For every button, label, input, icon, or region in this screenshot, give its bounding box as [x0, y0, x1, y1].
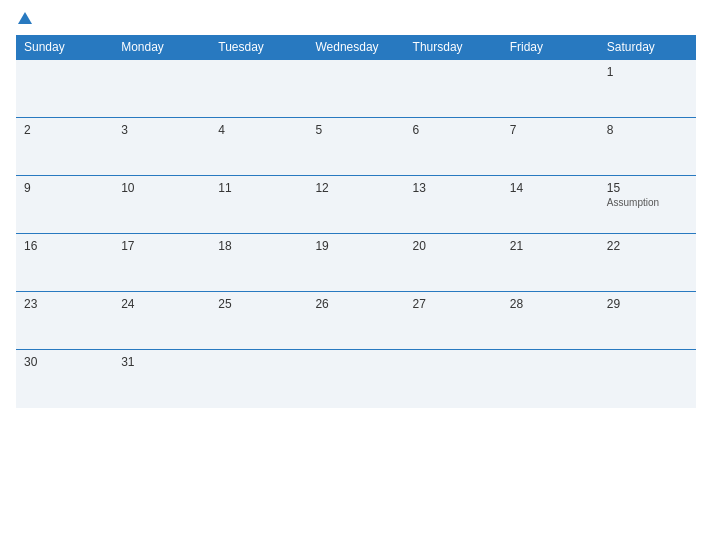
day-number: 5 [315, 123, 396, 137]
calendar-page: SundayMondayTuesdayWednesdayThursdayFrid… [0, 0, 712, 550]
calendar-cell: 14 [502, 176, 599, 234]
day-number: 25 [218, 297, 299, 311]
calendar-cell: 16 [16, 234, 113, 292]
week-row-4: 16171819202122 [16, 234, 696, 292]
week-row-1: 1 [16, 60, 696, 118]
day-number: 18 [218, 239, 299, 253]
calendar-cell: 28 [502, 292, 599, 350]
logo-triangle-icon [18, 12, 32, 24]
calendar-cell [210, 60, 307, 118]
calendar-body: 123456789101112131415Assumption161718192… [16, 60, 696, 408]
calendar-cell: 5 [307, 118, 404, 176]
day-number: 17 [121, 239, 202, 253]
week-row-6: 3031 [16, 350, 696, 408]
weekday-header-row: SundayMondayTuesdayWednesdayThursdayFrid… [16, 35, 696, 60]
weekday-monday: Monday [113, 35, 210, 60]
calendar-cell [307, 60, 404, 118]
day-number: 7 [510, 123, 591, 137]
weekday-wednesday: Wednesday [307, 35, 404, 60]
calendar-cell: 8 [599, 118, 696, 176]
week-row-3: 9101112131415Assumption [16, 176, 696, 234]
day-number: 21 [510, 239, 591, 253]
day-number: 6 [413, 123, 494, 137]
calendar-cell: 13 [405, 176, 502, 234]
calendar-cell: 19 [307, 234, 404, 292]
calendar-cell [502, 60, 599, 118]
day-number: 26 [315, 297, 396, 311]
calendar-cell: 4 [210, 118, 307, 176]
calendar-cell [405, 60, 502, 118]
day-number: 23 [24, 297, 105, 311]
calendar-cell [599, 350, 696, 408]
calendar-cell: 25 [210, 292, 307, 350]
day-number: 10 [121, 181, 202, 195]
calendar-cell [405, 350, 502, 408]
calendar-cell: 20 [405, 234, 502, 292]
calendar-cell: 24 [113, 292, 210, 350]
calendar-cell [502, 350, 599, 408]
calendar-cell: 27 [405, 292, 502, 350]
calendar-cell: 29 [599, 292, 696, 350]
weekday-thursday: Thursday [405, 35, 502, 60]
calendar-cell: 31 [113, 350, 210, 408]
calendar-cell: 17 [113, 234, 210, 292]
calendar-cell: 7 [502, 118, 599, 176]
calendar-cell: 2 [16, 118, 113, 176]
calendar-cell: 12 [307, 176, 404, 234]
day-number: 15 [607, 181, 688, 195]
week-row-2: 2345678 [16, 118, 696, 176]
calendar-cell: 6 [405, 118, 502, 176]
week-row-5: 23242526272829 [16, 292, 696, 350]
calendar-header: SundayMondayTuesdayWednesdayThursdayFrid… [16, 35, 696, 60]
calendar-table: SundayMondayTuesdayWednesdayThursdayFrid… [16, 35, 696, 408]
day-number: 11 [218, 181, 299, 195]
weekday-tuesday: Tuesday [210, 35, 307, 60]
calendar-cell: 1 [599, 60, 696, 118]
day-number: 30 [24, 355, 105, 369]
holiday-name: Assumption [607, 197, 688, 208]
day-number: 12 [315, 181, 396, 195]
calendar-cell [307, 350, 404, 408]
header [16, 12, 696, 25]
day-number: 31 [121, 355, 202, 369]
calendar-cell: 30 [16, 350, 113, 408]
day-number: 24 [121, 297, 202, 311]
day-number: 8 [607, 123, 688, 137]
day-number: 13 [413, 181, 494, 195]
logo [16, 12, 32, 25]
calendar-cell: 23 [16, 292, 113, 350]
weekday-saturday: Saturday [599, 35, 696, 60]
day-number: 20 [413, 239, 494, 253]
day-number: 22 [607, 239, 688, 253]
weekday-friday: Friday [502, 35, 599, 60]
day-number: 3 [121, 123, 202, 137]
calendar-cell [113, 60, 210, 118]
calendar-cell: 22 [599, 234, 696, 292]
calendar-cell: 18 [210, 234, 307, 292]
logo-blue-text [16, 12, 32, 25]
day-number: 1 [607, 65, 688, 79]
day-number: 4 [218, 123, 299, 137]
day-number: 9 [24, 181, 105, 195]
calendar-cell [210, 350, 307, 408]
day-number: 19 [315, 239, 396, 253]
weekday-sunday: Sunday [16, 35, 113, 60]
calendar-cell: 15Assumption [599, 176, 696, 234]
calendar-cell: 11 [210, 176, 307, 234]
calendar-cell: 21 [502, 234, 599, 292]
day-number: 2 [24, 123, 105, 137]
day-number: 14 [510, 181, 591, 195]
calendar-cell: 10 [113, 176, 210, 234]
calendar-cell: 9 [16, 176, 113, 234]
day-number: 16 [24, 239, 105, 253]
calendar-cell [16, 60, 113, 118]
calendar-cell: 26 [307, 292, 404, 350]
day-number: 28 [510, 297, 591, 311]
day-number: 27 [413, 297, 494, 311]
day-number: 29 [607, 297, 688, 311]
calendar-cell: 3 [113, 118, 210, 176]
